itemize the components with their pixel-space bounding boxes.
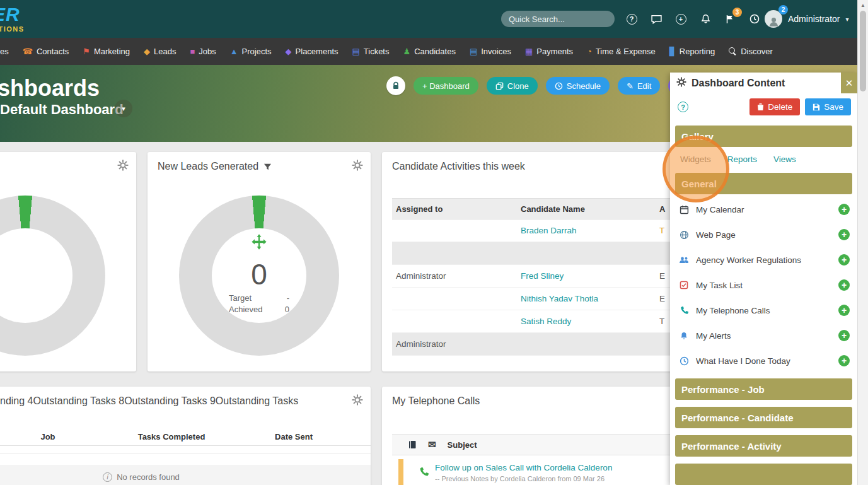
nav-item-reporting[interactable]: ▊Reporting <box>663 38 722 65</box>
section-general[interactable]: General <box>675 173 852 194</box>
tab-views[interactable]: Views <box>773 155 796 164</box>
clone-button[interactable]: Clone <box>487 77 538 95</box>
call-subject-link[interactable]: Follow up on Sales Call with Cordelia Ca… <box>435 463 612 472</box>
widget-settings-gear-icon[interactable] <box>117 160 129 173</box>
payments-icon: ▦ <box>525 47 533 56</box>
user-name: Administrator <box>788 14 840 24</box>
candidates-icon: ♟ <box>403 47 411 56</box>
gallery-item-my-task-list[interactable]: My Task List + <box>670 272 857 298</box>
section-performance-candidate[interactable]: Performance - Candidate <box>675 407 852 428</box>
move-icon[interactable] <box>250 233 268 251</box>
row-accent-bar <box>398 459 403 485</box>
time-expense-icon: ◔ <box>587 47 592 56</box>
nav-item-contacts[interactable]: ☎Contacts <box>16 38 76 65</box>
pencil-icon: ✎ <box>627 81 634 91</box>
nav-item-projects[interactable]: ▲Projects <box>223 38 279 65</box>
tab-widgets[interactable]: Widgets <box>680 155 711 164</box>
nav-item-marketing[interactable]: ⚑Marketing <box>76 38 137 65</box>
phone-icon <box>419 467 429 477</box>
candidate-link[interactable]: Nithish Yadav Thotla <box>521 294 598 303</box>
envelope-icon: ✉ <box>428 439 436 450</box>
nav-item-invoices[interactable]: ▤Invoices <box>463 38 518 65</box>
save-icon <box>813 103 820 111</box>
nav-item-candidates[interactable]: ♟Candidates <box>396 38 463 65</box>
edit-button[interactable]: ✎ Edit <box>618 77 660 95</box>
save-button[interactable]: Save <box>805 98 851 115</box>
contacts-icon: ☎ <box>23 47 33 56</box>
gallery-item-my-alerts[interactable]: My Alerts + <box>670 323 857 348</box>
candidate-link[interactable]: Braden Darrah <box>521 226 577 235</box>
gallery-item-my-telephone-calls[interactable]: My Telephone Calls + <box>670 298 857 323</box>
widget-title: nding 4Outstanding Tasks 8Outstanding Ta… <box>0 395 298 407</box>
dashboard-name: Default Dashboard <box>0 102 124 118</box>
gallery-item-web-page[interactable]: Web Page + <box>670 222 857 247</box>
help-icon[interactable]: ? <box>678 102 688 112</box>
widget-settings-gear-icon[interactable] <box>352 160 363 173</box>
candidate-link[interactable]: Fred Sliney <box>521 271 564 281</box>
app-logo: ER UTIONS <box>0 5 25 33</box>
avatar[interactable]: 2 <box>765 10 782 28</box>
nav-item-companies[interactable]: es <box>0 38 16 65</box>
add-widget-button[interactable]: + <box>838 254 850 266</box>
main-nav: es ☎Contacts ⚑Marketing ◆Leads ■Jobs ▲Pr… <box>0 38 868 65</box>
add-widget-button[interactable]: + <box>838 330 850 341</box>
add-icon[interactable]: + <box>674 13 687 25</box>
page-title: shboards <box>0 75 100 102</box>
tab-reports[interactable]: Reports <box>727 155 757 164</box>
nav-item-tickets[interactable]: ▤Tickets <box>345 38 396 65</box>
help-icon[interactable]: ? <box>625 13 638 25</box>
quick-search[interactable] <box>501 11 615 27</box>
delete-button[interactable]: Delete <box>749 98 800 115</box>
chat-icon[interactable] <box>650 13 663 25</box>
widget-outstanding-tasks: nding 4Outstanding Tasks 8Outstanding Ta… <box>0 387 371 485</box>
leads-icon: ◆ <box>144 47 150 56</box>
projects-icon: ▲ <box>230 47 238 56</box>
nav-item-payments[interactable]: ▦Payments <box>518 38 580 65</box>
gallery-item-my-calendar[interactable]: My Calendar + <box>670 197 857 222</box>
flag-badge: 3 <box>732 8 742 17</box>
quick-search-input[interactable] <box>509 15 607 24</box>
flag-icon[interactable]: 3 <box>724 13 736 25</box>
widget-settings-gear-icon[interactable] <box>352 394 363 408</box>
topbar: ER UTIONS ? + 3 2 <box>0 0 868 38</box>
add-widget-button[interactable]: + <box>838 204 850 215</box>
panel-header: Dashboard Content ✕ <box>670 73 857 93</box>
gallery-item-agency-worker-regulations[interactable]: Agency Worker Regulations + <box>670 247 857 272</box>
widget-title: New Leads Generated <box>158 161 272 172</box>
nav-item-leads[interactable]: ◆Leads <box>137 38 183 65</box>
close-icon[interactable]: ✕ <box>841 73 857 93</box>
invoices-icon: ▤ <box>470 47 477 56</box>
user-menu[interactable]: 2 Administrator ▾ <box>765 0 849 38</box>
lock-button[interactable] <box>386 76 405 95</box>
lock-icon <box>391 81 400 90</box>
logo-text-bottom: UTIONS <box>0 26 25 33</box>
nav-item-time-expense[interactable]: ◔Time & Expense <box>580 38 663 65</box>
nav-item-discover[interactable]: Discover <box>722 38 780 65</box>
add-widget-button[interactable]: + <box>838 355 850 366</box>
add-widget-button[interactable]: + <box>838 229 850 240</box>
funnel-icon[interactable] <box>263 163 272 171</box>
history-clock-icon <box>678 356 690 366</box>
gallery-item-what-have-i-done-today[interactable]: What Have I Done Today + <box>670 348 857 373</box>
section-performance-activity[interactable]: Performance - Activity <box>675 435 852 457</box>
history-icon[interactable] <box>748 13 761 25</box>
call-note: -- Previous Notes by Cordelia Calderon f… <box>435 475 612 482</box>
nav-item-jobs[interactable]: ■Jobs <box>183 38 223 65</box>
nav-item-placements[interactable]: ◆Placements <box>279 38 345 65</box>
scrollbar-up-arrow[interactable]: ▲ <box>858 0 868 10</box>
add-dashboard-button[interactable]: + Dashboard <box>414 77 478 95</box>
schedule-button[interactable]: Schedule <box>546 77 610 95</box>
widget-new-leads: New Leads Generated 0 Target - Achieved … <box>148 152 371 371</box>
section-bar-partial[interactable] <box>675 464 852 485</box>
add-widget-button[interactable]: + <box>838 305 850 316</box>
bell-icon[interactable] <box>699 13 712 25</box>
add-widget-button[interactable]: + <box>838 279 850 291</box>
candidate-link[interactable]: Satish Reddy <box>521 317 571 326</box>
section-gallery[interactable]: Gallery <box>675 126 852 147</box>
widget-title: Candidate Activities this week <box>392 161 525 172</box>
logo-text-top: ER <box>0 5 25 24</box>
dashboard-select-button[interactable]: ▾ <box>115 100 132 117</box>
section-performance-job[interactable]: Performance - Job <box>675 378 852 400</box>
scrollbar-thumb[interactable] <box>860 11 866 91</box>
person-icon <box>768 16 780 28</box>
